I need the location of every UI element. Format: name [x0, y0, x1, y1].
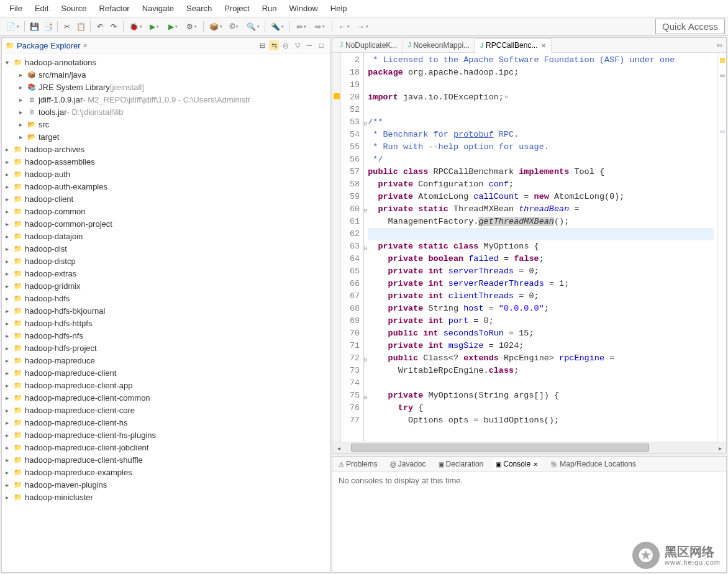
- menu-search[interactable]: Search: [180, 2, 218, 15]
- maximize-icon[interactable]: □: [316, 40, 326, 50]
- tree-item[interactable]: ▸📁hadoop-auth: [2, 168, 330, 180]
- code-area[interactable]: * Licensed to the Apache Software Founda…: [364, 53, 717, 442]
- expander-icon[interactable]: ▸: [6, 444, 13, 451]
- expander-icon[interactable]: ▸: [6, 283, 13, 289]
- expander-icon[interactable]: ▸: [6, 245, 13, 252]
- expander-icon[interactable]: ▸: [6, 494, 13, 501]
- expander-icon[interactable]: ▸: [19, 84, 27, 91]
- show-list-icon[interactable]: »₅: [712, 42, 726, 48]
- expander-icon[interactable]: ▸: [19, 134, 27, 140]
- tree-item[interactable]: ▸📁hadoop-auth-examples: [2, 180, 330, 193]
- bottom-tab-problems[interactable]: ⚠Problems: [336, 458, 380, 470]
- menu-file[interactable]: File: [3, 2, 29, 15]
- new-class-button[interactable]: ©: [225, 20, 243, 33]
- run-button[interactable]: ▶: [145, 20, 163, 33]
- close-view-icon[interactable]: ✕: [83, 42, 88, 49]
- editor-tab[interactable]: JNoekeonMappi...: [403, 39, 475, 52]
- run-last-button[interactable]: ▶: [164, 20, 181, 33]
- tree-item[interactable]: ▸📁hadoop-mapreduce-client-hs: [2, 416, 330, 429]
- expander-icon[interactable]: ▸: [6, 146, 13, 153]
- tree-item[interactable]: ▸🗎jdiff-1.0.9.jar - M2_REPO\jdiff\jdiff\…: [2, 93, 330, 106]
- tree-item[interactable]: ▸📁hadoop-mapreduce-client-core: [2, 404, 330, 416]
- bottom-tab-declaration[interactable]: ▣Declaration: [436, 458, 486, 470]
- tree-item[interactable]: ▸📁hadoop-mapreduce-client-jobclient: [2, 441, 330, 453]
- expander-icon[interactable]: ▸: [6, 432, 13, 439]
- tree-item[interactable]: ▸📁hadoop-mapreduce: [2, 354, 330, 367]
- expander-icon[interactable]: ▸: [6, 382, 13, 389]
- open-type-button[interactable]: 🔍: [244, 20, 262, 33]
- expander-icon[interactable]: ▸: [6, 158, 13, 165]
- bottom-tab-map-reduce-locations[interactable]: 🐘Map/Reduce Locations: [548, 458, 639, 470]
- editor-tab[interactable]: JNoDuplicateK...: [335, 39, 403, 52]
- menu-refactor[interactable]: Refactor: [93, 2, 136, 15]
- expander-icon[interactable]: ▸: [6, 196, 13, 203]
- editor-body[interactable]: 2181920525354555657585960616263646566676…: [332, 53, 726, 442]
- scrollbar-thumb[interactable]: [351, 444, 649, 452]
- expander-icon[interactable]: ▸: [6, 357, 13, 364]
- tree-item[interactable]: ▸📂target: [2, 130, 330, 143]
- menu-help[interactable]: Help: [324, 2, 353, 15]
- tree-item[interactable]: ▸📁hadoop-assemblies: [2, 155, 330, 168]
- close-tab-icon[interactable]: ✕: [541, 42, 546, 49]
- expander-icon[interactable]: ▸: [6, 258, 13, 265]
- tree-item[interactable]: ▸📁hadoop-hdfs-project: [2, 342, 330, 354]
- tree-item[interactable]: ▸📂src: [2, 118, 330, 130]
- expander-icon[interactable]: ▸: [6, 394, 13, 401]
- expander-icon[interactable]: ▸: [6, 370, 13, 376]
- focus-task-icon[interactable]: ◎: [281, 40, 291, 50]
- expander-icon[interactable]: ▸: [19, 121, 27, 128]
- view-menu-icon[interactable]: ▽: [293, 40, 303, 50]
- menu-project[interactable]: Project: [218, 2, 255, 15]
- tree-item[interactable]: ▸📁hadoop-hdfs-bkjournal: [2, 304, 330, 317]
- tree-item[interactable]: ▸📁hadoop-mapreduce-examples: [2, 466, 330, 478]
- expander-icon[interactable]: ▸: [6, 208, 13, 215]
- minimize-icon[interactable]: ─: [304, 40, 314, 50]
- save-button[interactable]: 💾: [28, 20, 40, 33]
- bottom-tab-console[interactable]: ▣Console ✕: [493, 458, 540, 470]
- search-button[interactable]: 🔦: [268, 20, 286, 33]
- link-editor-icon[interactable]: ⇆: [269, 40, 279, 50]
- tree-item[interactable]: ▸📁hadoop-common: [2, 205, 330, 217]
- menu-run[interactable]: Run: [256, 2, 283, 15]
- debug-button[interactable]: 🐞: [127, 20, 144, 33]
- close-tab-icon[interactable]: ✕: [533, 461, 538, 468]
- tree-item[interactable]: ▸📁hadoop-datajoin: [2, 230, 330, 242]
- expander-icon[interactable]: ▸: [6, 407, 13, 414]
- tree-item[interactable]: ▸📁hadoop-dist: [2, 242, 330, 255]
- expander-icon[interactable]: ▸: [6, 233, 13, 240]
- tree-item[interactable]: ▸📁hadoop-mapreduce-client: [2, 367, 330, 379]
- expander-icon[interactable]: ▸: [6, 221, 13, 227]
- expander-icon[interactable]: ▸: [6, 481, 13, 488]
- menu-source[interactable]: Source: [55, 2, 93, 15]
- tree-item[interactable]: ▸📁hadoop-hdfs-nfs: [2, 329, 330, 342]
- overview-ruler[interactable]: [717, 53, 726, 442]
- bottom-tab-javadoc[interactable]: @Javadoc: [388, 458, 429, 470]
- expander-icon[interactable]: ▸: [6, 332, 13, 339]
- expander-icon[interactable]: ▸: [6, 270, 13, 277]
- expander-icon[interactable]: ▸: [6, 183, 13, 190]
- package-explorer-tree[interactable]: ▾📁hadoop-annotations▸📦src/main/java▸📚JRE…: [2, 53, 330, 572]
- cut-button[interactable]: ✂: [61, 20, 73, 33]
- redo-button[interactable]: ↷: [107, 20, 120, 33]
- tree-item[interactable]: ▸📁hadoop-distcp: [2, 255, 330, 267]
- expander-icon[interactable]: ▸: [6, 171, 13, 178]
- tree-item[interactable]: ▸🗎tools.jar - D:\jdkinstall\lib: [2, 106, 330, 118]
- expander-icon[interactable]: ▸: [6, 308, 13, 314]
- tree-item[interactable]: ▸📁hadoop-hdfs: [2, 292, 330, 304]
- tree-item[interactable]: ▸📁hadoop-minicluster: [2, 491, 330, 503]
- tree-item[interactable]: ▸📦src/main/java: [2, 68, 330, 81]
- expander-icon[interactable]: ▸: [19, 71, 27, 78]
- expander-icon[interactable]: ▸: [6, 457, 13, 463]
- new-package-button[interactable]: 📦: [207, 20, 224, 33]
- expander-icon[interactable]: ▸: [6, 469, 13, 476]
- editor-tab[interactable]: JRPCCallBenc...✕: [475, 38, 552, 53]
- scroll-left-icon[interactable]: ◂: [334, 443, 344, 453]
- copy-button[interactable]: 📋: [75, 20, 87, 33]
- save-all-button[interactable]: 📑: [42, 20, 54, 33]
- tree-item[interactable]: ▸📚JRE System Library [jreinstall]: [2, 81, 330, 93]
- tree-item[interactable]: ▸📁hadoop-gridmix: [2, 280, 330, 292]
- tree-item[interactable]: ▸📁hadoop-hdfs-httpfs: [2, 317, 330, 329]
- tree-item[interactable]: ▸📁hadoop-common-project: [2, 217, 330, 230]
- tree-item[interactable]: ▸📁hadoop-maven-plugins: [2, 478, 330, 491]
- quick-access[interactable]: Quick Access: [655, 19, 725, 34]
